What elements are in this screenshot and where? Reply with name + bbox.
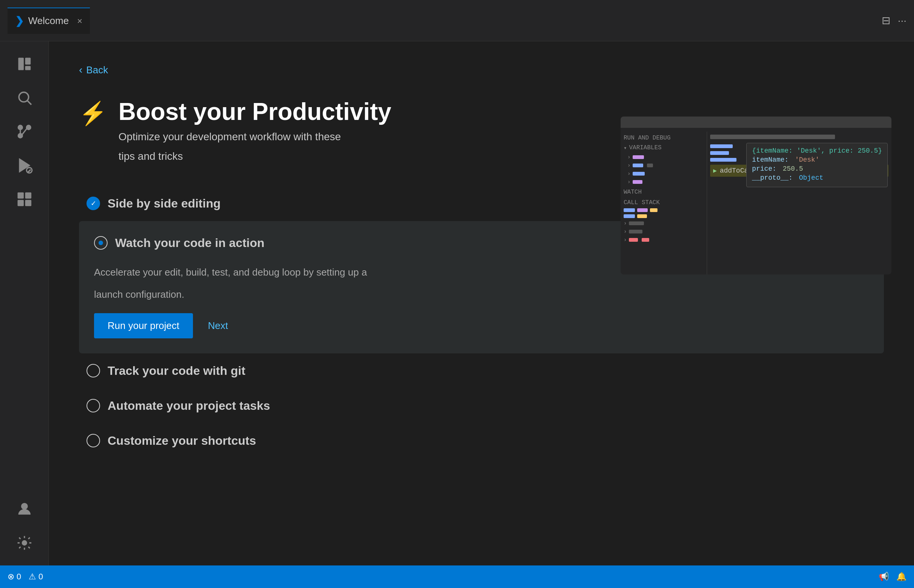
cs-row-4: ›: [624, 229, 704, 234]
svg-line-4: [28, 101, 31, 105]
debug-var-row-1: ›: [624, 154, 704, 160]
svg-point-3: [19, 92, 29, 102]
tooltip-proto-key: __proto__:: [752, 174, 793, 182]
variables-title: ▾ VARIABLES: [624, 144, 704, 151]
svg-line-10: [28, 170, 31, 172]
tooltip-price: price: 250.5: [752, 165, 882, 173]
step-automate[interactable]: Automate your project tasks: [79, 388, 884, 423]
svg-rect-0: [18, 58, 24, 70]
split-editor-button[interactable]: ⊟: [882, 14, 890, 27]
status-bar: ⊗ 0 ⚠ 0 📢 🔔: [0, 565, 914, 588]
svg-rect-2: [25, 66, 31, 70]
cs-row-3: ›: [624, 220, 704, 226]
activity-bar: [0, 41, 49, 565]
title-bar-actions: ⊟ ···: [882, 14, 906, 27]
back-label: Back: [86, 64, 108, 76]
debug-var-row-3: ›: [624, 171, 704, 177]
page-subtitle-line1: Optimize your development workflow with …: [118, 129, 391, 144]
tooltip-itemname-key: itemName:: [752, 156, 788, 163]
svg-point-7: [18, 126, 22, 130]
status-bar-right: 📢 🔔: [878, 572, 906, 582]
tooltip-proto: __proto__: Object: [752, 174, 882, 182]
step-radio-side-by-side: [86, 197, 100, 210]
page-title: Boost your Productivity: [118, 99, 391, 125]
step-label-watch-code: Watch your code in action: [115, 236, 264, 250]
cs-row-5: ›: [624, 237, 704, 243]
cs-row-2: [624, 214, 704, 218]
status-notification-icon[interactable]: 🔔: [896, 572, 906, 582]
run-and-debug-title: RUN AND DEBUG: [624, 135, 704, 141]
sidebar-item-search[interactable]: [10, 83, 39, 113]
callstack-rows: › › ›: [624, 208, 704, 243]
watch-title: WATCH: [624, 189, 704, 195]
sidebar-item-settings[interactable]: [10, 528, 39, 558]
back-button[interactable]: ‹ Back: [79, 64, 884, 76]
sidebar-item-account[interactable]: [10, 494, 39, 524]
debug-tooltip: {itemName: 'Desk', price: 250.5} itemNam…: [746, 143, 888, 187]
step-shortcuts[interactable]: Customize your shortcuts: [79, 423, 884, 458]
step-label-side-by-side: Side by side editing: [108, 197, 221, 210]
status-bar-left: ⊗ 0 ⚠ 0: [8, 572, 43, 582]
step-label-automate: Automate your project tasks: [108, 399, 270, 413]
step-radio-automate: [86, 399, 100, 412]
tooltip-itemname-val: 'Desk': [795, 156, 819, 163]
play-arrow-icon: ▶: [713, 167, 717, 174]
step-description-line2: launch configuration.: [94, 287, 869, 302]
sidebar-item-explorer[interactable]: [10, 49, 39, 79]
debug-panel-topbar: [621, 116, 891, 128]
step-watch-code-header: Watch your code in action: [94, 236, 264, 250]
step-radio-watch-code: [94, 236, 108, 250]
debug-panel-inner: RUN AND DEBUG ▾ VARIABLES › ›: [621, 132, 891, 275]
next-button[interactable]: Next: [208, 320, 228, 331]
status-warnings[interactable]: ⚠ 0: [29, 572, 43, 582]
step-radio-shortcuts: [86, 434, 100, 447]
step-track-git[interactable]: Track your code with git: [79, 354, 884, 388]
step-label-shortcuts: Customize your shortcuts: [108, 434, 256, 448]
tooltip-item-name: itemName: 'Desk': [752, 156, 882, 163]
status-remote-icon[interactable]: 📢: [878, 572, 889, 582]
vscode-logo: ❯: [15, 15, 24, 27]
app-container: ❯ Welcome × ⊟ ···: [0, 0, 914, 588]
svg-rect-1: [25, 58, 31, 65]
back-arrow-icon: ‹: [79, 64, 83, 76]
lightning-icon: ⚡: [79, 100, 107, 127]
main-layout: ‹ Back ⚡ Boost your Productivity Optimiz…: [0, 41, 914, 565]
svg-rect-14: [25, 200, 31, 207]
svg-rect-12: [25, 192, 31, 199]
content-area: ‹ Back ⚡ Boost your Productivity Optimiz…: [49, 41, 914, 565]
svg-marker-8: [19, 159, 29, 172]
debug-panel-illustration: RUN AND DEBUG ▾ VARIABLES › ›: [621, 116, 891, 275]
sidebar-item-extensions[interactable]: [10, 184, 39, 214]
warning-count: 0: [38, 572, 43, 582]
debug-var-row-4: ›: [624, 179, 704, 185]
page-header-text: Boost your Productivity Optimize your de…: [118, 99, 391, 163]
error-count: 0: [16, 572, 21, 582]
debug-main-panel: {itemName: 'Desk', price: 250.5} itemNam…: [707, 132, 891, 275]
activity-bar-bottom: [10, 494, 39, 558]
more-actions-button[interactable]: ···: [898, 15, 906, 27]
step-buttons: Run your project Next: [94, 313, 869, 338]
debug-var-row-2: ›: [624, 162, 704, 168]
tooltip-price-val: 250.5: [783, 165, 803, 173]
tab-label: Welcome: [28, 15, 69, 27]
tooltip-price-key: price:: [752, 165, 776, 173]
step-label-track-git: Track your code with git: [108, 364, 245, 378]
cs-row-1: [624, 208, 704, 212]
title-bar: ❯ Welcome × ⊟ ···: [0, 0, 914, 41]
svg-point-15: [21, 503, 27, 509]
welcome-tab[interactable]: ❯ Welcome ×: [8, 8, 90, 34]
sidebar-item-source-control[interactable]: [10, 116, 39, 147]
debug-sidebar: RUN AND DEBUG ▾ VARIABLES › ›: [621, 132, 707, 275]
callstack-title: CALL STACK: [624, 199, 704, 206]
debug-code-topbar: [710, 135, 835, 139]
run-project-button[interactable]: Run your project: [94, 313, 193, 338]
page-subtitle-line2: tips and tricks: [118, 149, 391, 163]
tab-close-button[interactable]: ×: [77, 16, 83, 26]
svg-point-16: [22, 541, 26, 545]
svg-rect-11: [17, 192, 23, 199]
error-icon: ⊗: [8, 572, 14, 582]
status-errors[interactable]: ⊗ 0: [8, 572, 21, 582]
svg-rect-13: [17, 200, 23, 207]
sidebar-item-run-debug[interactable]: [10, 150, 39, 181]
tooltip-title: {itemName: 'Desk', price: 250.5}: [752, 147, 882, 155]
